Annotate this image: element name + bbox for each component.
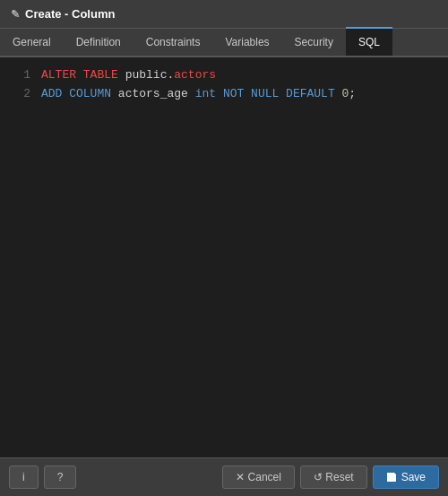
code-line-2: 2 ADD COLUMN actors_age int NOT NULL DEF… bbox=[0, 85, 448, 104]
sql-editor[interactable]: 1 ALTER TABLE public.actors 2 ADD COLUMN… bbox=[0, 57, 448, 457]
code-content-1: ALTER TABLE public.actors bbox=[41, 66, 216, 85]
reset-button[interactable]: ↺ Reset bbox=[300, 466, 367, 489]
tab-security[interactable]: Security bbox=[282, 29, 346, 56]
info-button[interactable]: i bbox=[9, 466, 39, 489]
title-icon: ✎ bbox=[11, 8, 20, 21]
line-number-2: 2 bbox=[9, 85, 30, 104]
code-content-2: ADD COLUMN actors_age int NOT NULL DEFAU… bbox=[41, 85, 356, 104]
tab-variables[interactable]: Variables bbox=[212, 29, 281, 56]
save-label: Save bbox=[401, 471, 426, 483]
code-schema: public bbox=[125, 68, 168, 82]
cancel-button[interactable]: ✕ Cancel bbox=[222, 466, 295, 489]
help-button[interactable]: ? bbox=[44, 466, 77, 489]
save-icon bbox=[386, 472, 397, 483]
code-keyword-alter: ALTER TABLE bbox=[41, 68, 125, 82]
tab-bar: General Definition Constraints Variables… bbox=[0, 29, 448, 57]
title-text: Create - Column bbox=[25, 7, 115, 21]
save-button[interactable]: Save bbox=[373, 466, 439, 489]
title-bar: ✎ Create - Column bbox=[0, 0, 448, 29]
footer-right: ✕ Cancel ↺ Reset Save bbox=[222, 466, 439, 489]
line-number-1: 1 bbox=[9, 66, 30, 85]
code-semicolon: ; bbox=[349, 87, 356, 100]
tab-definition[interactable]: Definition bbox=[64, 29, 134, 56]
code-line-1: 1 ALTER TABLE public.actors bbox=[0, 66, 448, 85]
footer-left: i ? bbox=[9, 466, 76, 489]
code-not-null: NOT NULL DEFAULT bbox=[223, 87, 342, 100]
code-column-name: actors_age bbox=[118, 87, 195, 100]
code-type: int bbox=[195, 87, 223, 100]
tab-general[interactable]: General bbox=[0, 29, 64, 56]
tab-constraints[interactable]: Constraints bbox=[134, 29, 213, 56]
code-table-name: actors bbox=[174, 68, 216, 82]
tab-sql[interactable]: SQL bbox=[346, 27, 392, 56]
footer: i ? ✕ Cancel ↺ Reset Save bbox=[0, 457, 448, 496]
code-add-column: ADD COLUMN bbox=[41, 87, 118, 100]
